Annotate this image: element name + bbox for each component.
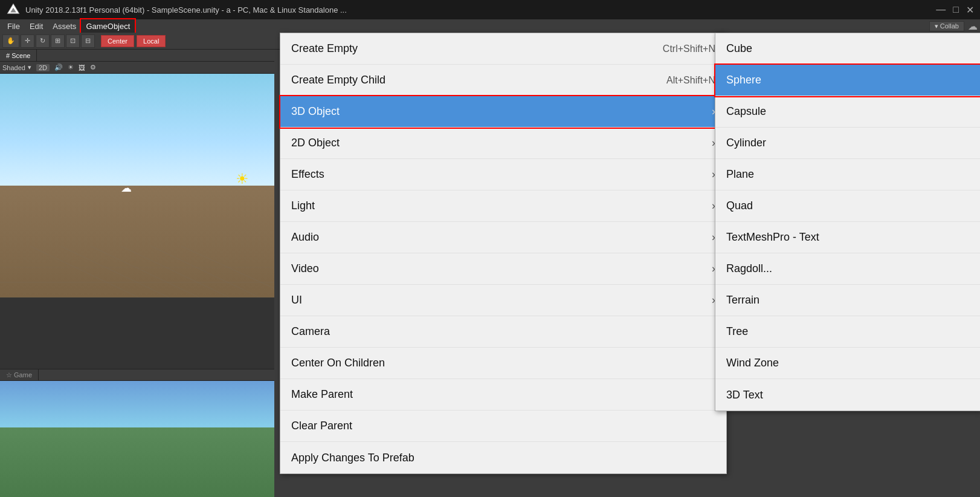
title-bar: Unity 2018.2.13f1 Personal (64bit) - Sam… <box>0 0 980 19</box>
game-tab-bar: ☆ Game <box>0 369 274 381</box>
game-tab[interactable]: ☆ Game <box>0 369 39 380</box>
menu-make-parent[interactable]: Make Parent <box>280 379 726 411</box>
menu-item-file[interactable]: File <box>2 19 25 33</box>
game-render <box>0 381 274 497</box>
menu-video[interactable]: Video › <box>280 253 726 285</box>
center-button[interactable]: Center <box>101 35 134 47</box>
submenu-terrain[interactable]: Terrain <box>715 285 980 316</box>
unity-logo-icon <box>6 2 21 17</box>
close-button[interactable]: ✕ <box>966 4 974 16</box>
viewport: # Scene Shaded ▾ 2D 🔊 ☀ 🖼 ⚙ ☀ ☁ ☆ Game <box>0 50 274 497</box>
menu-item-assets[interactable]: Assets <box>48 19 81 33</box>
menu-create-empty[interactable]: Create Empty Ctrl+Shift+N <box>280 33 726 65</box>
minimize-button[interactable]: — <box>936 4 946 15</box>
grid-overlay <box>0 186 274 297</box>
menu-3d-object[interactable]: 3D Object › <box>280 96 726 128</box>
menu-ui[interactable]: UI › <box>280 285 726 316</box>
local-button[interactable]: Local <box>137 35 166 47</box>
scene-toolbar: Shaded ▾ 2D 🔊 ☀ 🖼 ⚙ <box>0 62 274 74</box>
maximize-button[interactable]: □ <box>953 4 959 15</box>
submenu-wind-zone[interactable]: Wind Zone <box>715 348 980 379</box>
submenu-plane[interactable]: Plane <box>715 159 980 190</box>
collab-button[interactable]: ▾ Collab <box>929 21 964 31</box>
menu-light[interactable]: Light › <box>280 190 726 222</box>
submenu-quad[interactable]: Quad <box>715 190 980 222</box>
title-text: Unity 2018.2.13f1 Personal (64bit) - Sam… <box>25 5 347 15</box>
scene-render: ☀ ☁ <box>0 74 274 297</box>
svg-line-6 <box>60 246 169 297</box>
move-tool-button[interactable]: ✛ <box>21 34 34 48</box>
scene-tab[interactable]: # Scene <box>0 50 37 61</box>
svg-line-7 <box>91 246 199 297</box>
submenu-tree[interactable]: Tree <box>715 316 980 348</box>
menu-create-empty-child[interactable]: Create Empty Child Alt+Shift+N <box>280 65 726 96</box>
menu-item-gameobject[interactable]: GameObject <box>81 19 135 33</box>
sun-icon: ☀ <box>236 171 253 187</box>
rotate-tool-button[interactable]: ↻ <box>36 34 50 48</box>
dropdown-3dobject: Cube Sphere Capsule Cylinder Plane Quad … <box>715 33 980 411</box>
submenu-cube[interactable]: Cube <box>715 33 980 65</box>
hand-tool-button[interactable]: ✋ <box>2 34 19 48</box>
submenu-ragdoll[interactable]: Ragdoll... <box>715 253 980 285</box>
scene-tab-bar: # Scene <box>0 50 274 62</box>
submenu-textmeshpro[interactable]: TextMeshPro - Text <box>715 222 980 253</box>
menu-clear-parent[interactable]: Clear Parent <box>280 411 726 442</box>
menu-effects[interactable]: Effects › <box>280 159 726 190</box>
menu-2d-object[interactable]: 2D Object › <box>280 128 726 159</box>
submenu-sphere[interactable]: Sphere <box>715 65 980 96</box>
rect-tool-button[interactable]: ⊡ <box>66 34 80 48</box>
submenu-cylinder[interactable]: Cylinder <box>715 128 980 159</box>
menu-bar: File Edit Assets GameObject ▾ Collab ☁ <box>0 19 980 33</box>
scale-tool-button[interactable]: ⊞ <box>51 34 65 48</box>
submenu-3d-text[interactable]: 3D Text <box>715 379 980 411</box>
svg-line-8 <box>121 246 230 297</box>
svg-line-5 <box>30 246 139 297</box>
menu-center-on-children[interactable]: Center On Children <box>280 348 726 379</box>
collab-area: ▾ Collab ☁ <box>929 21 978 32</box>
dropdown-gameobject: Create Empty Ctrl+Shift+N Create Empty C… <box>280 33 727 474</box>
cloud-icon[interactable]: ☁ <box>968 21 978 32</box>
menu-apply-prefab[interactable]: Apply Changes To Prefab <box>280 442 726 473</box>
submenu-capsule[interactable]: Capsule <box>715 96 980 128</box>
menu-camera[interactable]: Camera <box>280 316 726 348</box>
menu-audio[interactable]: Audio › <box>280 222 726 253</box>
transform-tool-button[interactable]: ⊟ <box>81 34 95 48</box>
svg-line-9 <box>151 246 260 297</box>
menu-item-edit[interactable]: Edit <box>25 19 48 33</box>
